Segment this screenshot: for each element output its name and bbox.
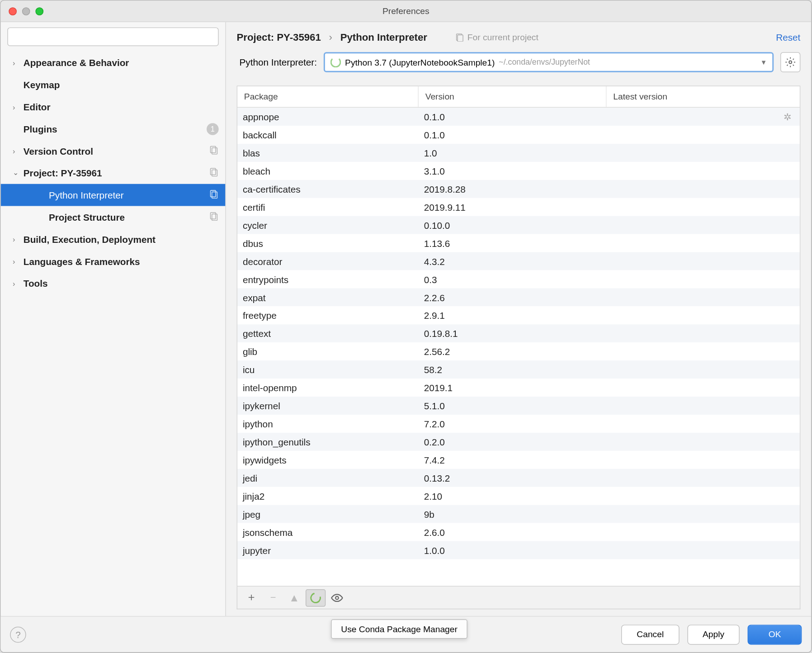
package-version: 4.3.2 bbox=[419, 256, 607, 267]
package-version: 9b bbox=[419, 509, 607, 520]
sidebar-item-label: Tools bbox=[24, 278, 48, 289]
breadcrumb: Project: PY-35961 › Python Interpreter F… bbox=[237, 32, 801, 43]
interpreter-dropdown[interactable]: Python 3.7 (JupyterNotebookSample1) ~/.c… bbox=[324, 52, 774, 72]
sidebar-item-build-execution-deployment[interactable]: ›Build, Execution, Deployment bbox=[0, 228, 225, 250]
ok-button[interactable]: OK bbox=[748, 625, 802, 644]
loading-spinner-icon bbox=[330, 57, 341, 68]
reset-link[interactable]: Reset bbox=[776, 32, 800, 43]
table-row[interactable]: intel-openmp2019.1 bbox=[237, 379, 800, 397]
column-package[interactable]: Package bbox=[237, 86, 419, 107]
sidebar-item-plugins[interactable]: Plugins1 bbox=[0, 118, 225, 140]
package-version: 2019.9.11 bbox=[419, 202, 607, 213]
table-row[interactable]: blas1.0 bbox=[237, 144, 800, 162]
project-scope-icon bbox=[209, 167, 219, 179]
package-name: intel-openmp bbox=[237, 382, 419, 393]
interpreter-label: Python Interpreter: bbox=[239, 57, 316, 68]
sidebar-item-tools[interactable]: ›Tools bbox=[0, 272, 225, 294]
titlebar: Preferences bbox=[0, 0, 811, 22]
scope-hint: For current project bbox=[455, 32, 538, 42]
table-row[interactable]: freetype2.9.1 bbox=[237, 306, 800, 324]
table-row[interactable]: jinja22.10 bbox=[237, 487, 800, 505]
table-row[interactable]: ipython_genutils0.2.0 bbox=[237, 433, 800, 451]
table-row[interactable]: ipywidgets7.4.2 bbox=[237, 451, 800, 469]
table-row[interactable]: ipykernel5.1.0 bbox=[237, 397, 800, 415]
table-row[interactable]: appnope0.1.0✲ bbox=[237, 108, 800, 126]
svg-rect-3 bbox=[212, 148, 217, 154]
table-row[interactable]: bleach3.1.0 bbox=[237, 162, 800, 180]
sidebar-item-version-control[interactable]: ›Version Control bbox=[0, 140, 225, 162]
project-scope-icon bbox=[209, 211, 219, 222]
table-row[interactable]: jpeg9b bbox=[237, 505, 800, 523]
package-version: 0.3 bbox=[419, 274, 607, 285]
add-package-button[interactable]: ＋ bbox=[241, 589, 261, 606]
column-version[interactable]: Version bbox=[419, 86, 607, 107]
table-row[interactable]: decorator4.3.2 bbox=[237, 252, 800, 270]
sidebar-item-appearance-behavior[interactable]: ›Appearance & Behavior bbox=[0, 52, 225, 74]
table-row[interactable]: dbus1.13.6 bbox=[237, 234, 800, 252]
sidebar-item-label: Python Interpreter bbox=[49, 189, 124, 200]
svg-rect-11 bbox=[458, 35, 463, 41]
packages-table: Package Version Latest version appnope0.… bbox=[237, 85, 801, 587]
sidebar-item-project-py-35961[interactable]: ⌄Project: PY-35961 bbox=[0, 162, 225, 184]
table-row[interactable]: icu58.2 bbox=[237, 360, 800, 379]
sidebar-item-python-interpreter[interactable]: Python Interpreter bbox=[0, 184, 225, 206]
zoom-window-button[interactable] bbox=[35, 7, 43, 15]
close-window-button[interactable] bbox=[9, 7, 17, 15]
package-name: expat bbox=[237, 292, 419, 303]
breadcrumb-separator: › bbox=[329, 32, 332, 43]
table-row[interactable]: glib2.56.2 bbox=[237, 342, 800, 360]
package-version: 2.6.0 bbox=[419, 527, 607, 538]
interpreter-path: ~/.conda/envs/JupyterNot bbox=[499, 57, 590, 67]
show-early-releases-button[interactable] bbox=[327, 589, 347, 606]
package-name: glib bbox=[237, 346, 419, 357]
conda-toggle-button[interactable] bbox=[306, 589, 326, 606]
table-row[interactable]: jupyter1.0.0 bbox=[237, 541, 800, 559]
search-input[interactable] bbox=[7, 28, 218, 46]
table-row[interactable]: certifi2019.9.11 bbox=[237, 198, 800, 216]
table-row[interactable]: ca-certificates2019.8.28 bbox=[237, 180, 800, 198]
settings-tree: ›Appearance & BehaviorKeymap›EditorPlugi… bbox=[0, 52, 225, 616]
help-button[interactable]: ? bbox=[10, 626, 26, 642]
gear-icon bbox=[785, 57, 796, 68]
package-name: jedi bbox=[237, 473, 419, 483]
plus-icon: ＋ bbox=[246, 591, 257, 605]
package-name: jpeg bbox=[237, 509, 419, 520]
package-version: 2019.1 bbox=[419, 382, 607, 393]
package-name: dbus bbox=[237, 238, 419, 249]
sidebar-item-editor[interactable]: ›Editor bbox=[0, 95, 225, 118]
table-row[interactable]: gettext0.19.8.1 bbox=[237, 324, 800, 342]
tooltip: Use Conda Package Manager bbox=[331, 620, 467, 639]
package-version: 58.2 bbox=[419, 364, 607, 375]
table-row[interactable]: cycler0.10.0 bbox=[237, 216, 800, 234]
package-name: entrypoints bbox=[237, 274, 419, 285]
table-row[interactable]: entrypoints0.3 bbox=[237, 270, 800, 289]
sidebar-item-keymap[interactable]: Keymap bbox=[0, 74, 225, 96]
remove-package-button[interactable]: － bbox=[263, 589, 283, 606]
column-latest[interactable]: Latest version bbox=[606, 86, 799, 107]
package-version: 5.1.0 bbox=[419, 400, 607, 411]
cancel-button[interactable]: Cancel bbox=[621, 625, 679, 644]
sidebar-item-label: Plugins bbox=[24, 123, 57, 134]
sidebar-item-project-structure[interactable]: Project Structure bbox=[0, 206, 225, 228]
package-version: 7.4.2 bbox=[419, 454, 607, 465]
package-version: 0.19.8.1 bbox=[419, 328, 607, 339]
chevron-icon: ⌄ bbox=[13, 169, 22, 177]
sidebar-item-languages-frameworks[interactable]: ›Languages & Frameworks bbox=[0, 250, 225, 272]
upgrade-package-button[interactable]: ▲ bbox=[284, 589, 304, 606]
package-version: 0.10.0 bbox=[419, 220, 607, 231]
table-row[interactable]: jedi0.13.2 bbox=[237, 469, 800, 487]
table-row[interactable]: expat2.2.6 bbox=[237, 288, 800, 306]
minimize-window-button[interactable] bbox=[22, 7, 30, 15]
project-scope-icon bbox=[455, 33, 464, 41]
table-row[interactable]: backcall0.1.0 bbox=[237, 126, 800, 144]
interpreter-settings-button[interactable] bbox=[780, 52, 800, 72]
table-row[interactable]: jsonschema2.6.0 bbox=[237, 523, 800, 541]
package-version: 0.13.2 bbox=[419, 473, 607, 483]
apply-button[interactable]: Apply bbox=[687, 625, 740, 644]
window-title: Preferences bbox=[0, 6, 811, 16]
package-version: 0.2.0 bbox=[419, 436, 607, 447]
svg-rect-7 bbox=[212, 192, 217, 198]
table-row[interactable]: ipython7.2.0 bbox=[237, 415, 800, 433]
svg-rect-9 bbox=[212, 214, 217, 220]
package-name: freetype bbox=[237, 310, 419, 321]
